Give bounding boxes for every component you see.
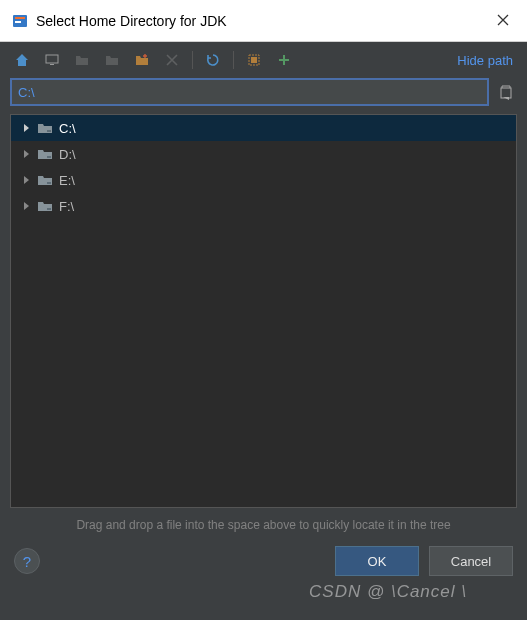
drag-hint: Drag and drop a file into the space abov… xyxy=(0,508,527,546)
dialog-title: Select Home Directory for JDK xyxy=(36,13,227,29)
separator xyxy=(233,51,234,69)
tree-row-label: F:\ xyxy=(59,199,74,214)
home-icon xyxy=(14,52,30,68)
drive-icon xyxy=(37,199,53,213)
drive-icon xyxy=(37,147,53,161)
folder-icon xyxy=(74,52,90,68)
separator xyxy=(192,51,193,69)
module-button[interactable] xyxy=(100,48,124,72)
svg-rect-4 xyxy=(50,64,54,65)
svg-rect-11 xyxy=(47,208,51,210)
drive-icon xyxy=(37,121,53,135)
desktop-button[interactable] xyxy=(40,48,64,72)
ok-button[interactable]: OK xyxy=(335,546,419,576)
svg-rect-7 xyxy=(501,88,511,98)
svg-rect-10 xyxy=(47,182,51,184)
add-button[interactable] xyxy=(272,48,296,72)
show-hidden-button[interactable] xyxy=(242,48,266,72)
tree-row-label: D:\ xyxy=(59,147,76,162)
drive-icon xyxy=(37,173,53,187)
refresh-button[interactable] xyxy=(201,48,225,72)
history-icon xyxy=(498,83,514,101)
close-icon xyxy=(497,14,509,26)
svg-rect-3 xyxy=(46,55,58,63)
cancel-button[interactable]: Cancel xyxy=(429,546,513,576)
delete-icon xyxy=(165,53,179,67)
path-row xyxy=(0,78,527,114)
home-button[interactable] xyxy=(10,48,34,72)
expand-arrow-icon[interactable] xyxy=(21,175,31,185)
refresh-icon xyxy=(205,52,221,68)
new-folder-icon xyxy=(134,52,150,68)
tree-row[interactable]: D:\ xyxy=(11,141,516,167)
app-icon xyxy=(12,13,28,29)
toolbar: Hide path xyxy=(0,42,527,78)
title-bar: Select Home Directory for JDK xyxy=(0,0,527,42)
svg-rect-8 xyxy=(47,130,51,132)
tree-row[interactable]: F:\ xyxy=(11,193,516,219)
path-history-button[interactable] xyxy=(495,81,517,103)
project-button[interactable] xyxy=(70,48,94,72)
directory-tree[interactable]: C:\ D:\ E:\ F:\ xyxy=(10,114,517,508)
tree-row-label: C:\ xyxy=(59,121,76,136)
show-hidden-icon xyxy=(246,52,262,68)
plus-icon xyxy=(277,53,291,67)
close-button[interactable] xyxy=(489,6,517,35)
hide-path-link[interactable]: Hide path xyxy=(457,53,517,68)
help-button[interactable]: ? xyxy=(14,548,40,574)
tree-row[interactable]: C:\ xyxy=(11,115,516,141)
svg-rect-1 xyxy=(15,17,25,19)
delete-button[interactable] xyxy=(160,48,184,72)
tree-row[interactable]: E:\ xyxy=(11,167,516,193)
expand-arrow-icon[interactable] xyxy=(21,123,31,133)
desktop-icon xyxy=(44,52,60,68)
svg-rect-9 xyxy=(47,156,51,158)
expand-arrow-icon[interactable] xyxy=(21,149,31,159)
svg-rect-6 xyxy=(251,57,257,63)
svg-rect-2 xyxy=(15,21,21,23)
button-row: ? OK Cancel xyxy=(0,546,527,590)
folder-icon xyxy=(104,52,120,68)
expand-arrow-icon[interactable] xyxy=(21,201,31,211)
tree-row-label: E:\ xyxy=(59,173,75,188)
path-input[interactable] xyxy=(10,78,489,106)
new-folder-button[interactable] xyxy=(130,48,154,72)
